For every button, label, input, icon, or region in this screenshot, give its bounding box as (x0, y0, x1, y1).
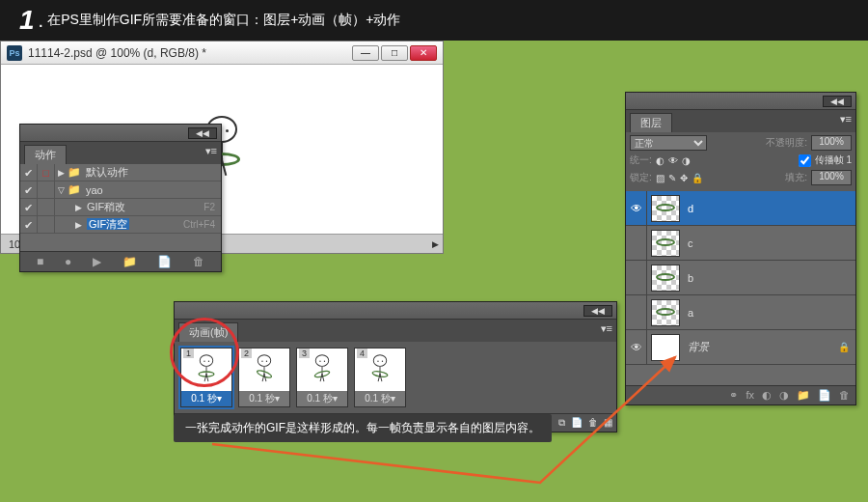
layer-thumbnail[interactable] (651, 195, 680, 222)
actions-list: ✔□ ▶ 📁 默认动作 ✔ ▽ 📁 yao ✔ ▶ GIF稍改 F2 ✔ ▶ G… (20, 164, 221, 251)
trash-icon[interactable]: 🗑 (839, 389, 850, 402)
tab-actions[interactable]: 动作 (24, 145, 67, 164)
tutorial-caption: 一张完成动作的GIF是这样形成的。每一帧负责显示各自的图层内容。 (174, 414, 552, 442)
layers-panel-header[interactable]: ◀◀ (626, 93, 855, 110)
stop-icon[interactable]: ■ (37, 255, 43, 268)
new-frame-icon[interactable]: 📄 (571, 417, 583, 429)
minimize-button[interactable]: — (352, 45, 379, 61)
visibility-toggle-icon[interactable] (626, 295, 647, 329)
visibility-toggle-icon[interactable]: 👁 (626, 191, 647, 225)
animation-panel-header[interactable]: ◀◀ (175, 302, 616, 320)
layer-row[interactable]: 👁 d (626, 191, 855, 226)
visibility-toggle-icon[interactable]: 👁 (626, 330, 647, 364)
document-title: 11114-2.psd @ 100% (d, RGB/8) * (28, 46, 352, 60)
propagate-checkbox[interactable] (799, 154, 811, 167)
toggle-check-icon[interactable]: ✔ (20, 199, 38, 215)
mask-icon[interactable]: ◐ (762, 389, 772, 402)
layer-controls: 正常 不透明度: 100% 统一: ◐ 👁 ◑ 传播帧 1 锁定: ▨ ✎ ✥ … (626, 132, 855, 191)
action-row[interactable]: ✔ ▶ GIF稍改 F2 (20, 199, 221, 216)
panel-menu-icon[interactable]: ▾≡ (840, 113, 852, 132)
timeline-toggle-icon[interactable]: ▦ (604, 417, 612, 429)
layer-thumbnail[interactable] (651, 334, 680, 361)
tab-animation[interactable]: 动画(帧) (178, 322, 238, 342)
photoshop-icon: Ps (7, 45, 22, 61)
frame-delay[interactable]: 0.1 秒▾ (297, 391, 347, 406)
action-row[interactable]: ✔ ▶ GIF清空 Ctrl+F4 (20, 216, 221, 234)
actions-panel-header[interactable]: ◀◀ (20, 125, 221, 142)
tab-layers[interactable]: 图层 (630, 113, 672, 132)
collapse-icon[interactable]: ◀◀ (188, 127, 217, 139)
record-icon[interactable]: ● (65, 255, 71, 268)
close-button[interactable]: ✕ (410, 45, 437, 61)
fx-icon[interactable]: fx (746, 389, 754, 402)
frame-delay[interactable]: 0.1 秒▾ (239, 391, 289, 406)
visibility-toggle-icon[interactable] (626, 226, 647, 260)
expand-icon[interactable]: ▶ (58, 168, 65, 178)
actions-panel: ◀◀ 动作 ▾≡ ✔□ ▶ 📁 默认动作 ✔ ▽ 📁 yao ✔ ▶ GIF稍改… (19, 124, 222, 272)
collapse-icon[interactable]: ◀◀ (823, 96, 852, 107)
unify-position-icon[interactable]: ◐ (656, 155, 665, 166)
play-icon[interactable]: ▶ (93, 255, 101, 268)
unify-style-icon[interactable]: ◑ (682, 155, 691, 166)
lock-paint-icon[interactable]: ✎ (668, 173, 676, 183)
layer-row[interactable]: b (626, 261, 855, 295)
adjustment-icon[interactable]: ◑ (779, 389, 789, 402)
maximize-button[interactable]: □ (381, 45, 408, 61)
action-row[interactable]: ✔ ▽ 📁 yao (20, 181, 221, 199)
new-set-icon[interactable]: 📁 (122, 255, 137, 268)
frame-delay[interactable]: 0.1 秒▾ (355, 391, 405, 406)
fill-input[interactable]: 100% (811, 170, 852, 185)
lock-position-icon[interactable]: ✥ (680, 173, 688, 183)
dialog-toggle-icon[interactable]: □ (38, 164, 55, 181)
tutorial-header: 1 . 在PS里制作GIF所需要准备的窗口：图层+动画（帧）+动作 (0, 0, 868, 41)
new-action-icon[interactable]: 📄 (157, 255, 172, 268)
expand-icon[interactable]: ▶ (75, 203, 82, 212)
lock-all-icon[interactable]: 🔒 (692, 173, 703, 183)
layer-row[interactable]: c (626, 226, 855, 261)
link-icon[interactable]: ⚭ (729, 389, 738, 402)
tween-icon[interactable]: ⧉ (558, 417, 565, 429)
layer-row[interactable]: a (626, 295, 855, 330)
toggle-check-icon[interactable]: ✔ (20, 216, 38, 233)
frame[interactable]: 1 0.1 秒▾ (180, 348, 232, 407)
layer-thumbnail[interactable] (651, 265, 680, 292)
opacity-label: 不透明度: (766, 136, 807, 150)
layer-thumbnail[interactable] (651, 230, 680, 257)
panel-menu-icon[interactable]: ▾≡ (205, 145, 217, 164)
layer-row[interactable]: 👁 背景 🔒 (626, 330, 855, 365)
expand-icon[interactable]: ▶ (75, 220, 82, 230)
toggle-check-icon[interactable]: ✔ (20, 164, 38, 181)
nav-next-icon[interactable]: ▶ (428, 239, 443, 249)
folder-icon: 📁 (68, 166, 81, 179)
group-icon[interactable]: 📁 (797, 389, 810, 402)
shortcut-label: F2 (203, 202, 221, 212)
lock-icon: 🔒 (838, 342, 855, 352)
collapse-icon[interactable]: ◀◀ (583, 305, 612, 317)
toggle-check-icon[interactable]: ✔ (20, 181, 38, 198)
trash-icon[interactable]: 🗑 (588, 417, 598, 429)
frame-delay[interactable]: 0.1 秒▾ (181, 391, 231, 406)
step-number: 1 (19, 5, 35, 36)
step-text: 在PS里制作GIF所需要准备的窗口：图层+动画（帧）+动作 (47, 12, 400, 29)
frames-row: 1 0.1 秒▾ 2 0.1 秒▾ 3 0.1 秒▾ 4 0.1 秒▾ (175, 342, 616, 413)
trash-icon[interactable]: 🗑 (193, 255, 204, 268)
layers-toolbar: ⚭ fx ◐ ◑ 📁 📄 🗑 (626, 385, 855, 404)
new-layer-icon[interactable]: 📄 (818, 389, 831, 402)
lock-transparency-icon[interactable]: ▨ (656, 173, 665, 183)
layer-thumbnail[interactable] (651, 299, 680, 326)
frame[interactable]: 2 0.1 秒▾ (238, 348, 290, 407)
shortcut-label: Ctrl+F4 (183, 219, 221, 230)
unify-visibility-icon[interactable]: 👁 (668, 155, 678, 166)
frame[interactable]: 4 0.1 秒▾ (354, 348, 406, 407)
opacity-input[interactable]: 100% (811, 135, 852, 151)
visibility-toggle-icon[interactable] (626, 261, 647, 294)
document-titlebar[interactable]: Ps 11114-2.psd @ 100% (d, RGB/8) * — □ ✕ (1, 42, 443, 65)
layer-list: 👁 d c b a 👁 背景 🔒 (626, 191, 855, 385)
panel-menu-icon[interactable]: ▾≡ (601, 322, 612, 342)
actions-toolbar: ■ ● ▶ 📁 📄 🗑 (20, 251, 221, 271)
expand-icon[interactable]: ▽ (58, 185, 65, 195)
blend-mode-select[interactable]: 正常 (630, 135, 707, 151)
frame[interactable]: 3 0.1 秒▾ (296, 348, 348, 407)
action-row[interactable]: ✔□ ▶ 📁 默认动作 (20, 164, 221, 181)
layers-panel: ◀◀ 图层 ▾≡ 正常 不透明度: 100% 统一: ◐ 👁 ◑ 传播帧 1 锁… (625, 92, 856, 405)
